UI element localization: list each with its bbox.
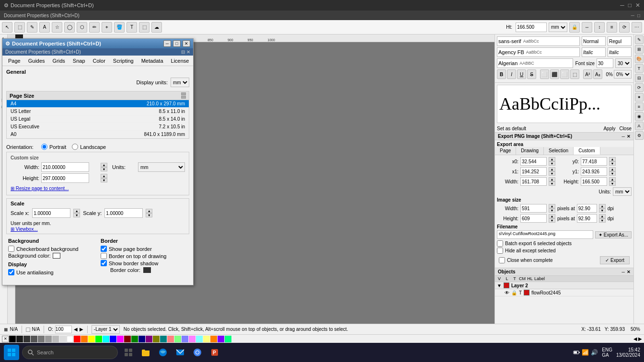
page-size-a0[interactable]: A0 841.0 x 1189.0 mm bbox=[7, 131, 189, 138]
path-effects-btn[interactable]: ✦ bbox=[635, 93, 644, 102]
show-border-checkbox[interactable] bbox=[101, 246, 107, 252]
custom-width-spinner[interactable]: ▲▼ bbox=[101, 163, 110, 171]
underline-btn[interactable]: U bbox=[517, 69, 526, 79]
dialog-minimize-btn[interactable]: ─ bbox=[163, 40, 171, 47]
taskview-btn[interactable] bbox=[121, 345, 136, 360]
export-tab-custom[interactable]: Custom bbox=[574, 147, 600, 155]
subscript-btn[interactable]: A₂ bbox=[593, 69, 602, 79]
y0-input[interactable] bbox=[581, 157, 607, 166]
color-lightgray[interactable] bbox=[52, 336, 59, 342]
toolbar-btn-11[interactable]: T bbox=[126, 22, 137, 33]
portrait-radio[interactable]: Portrait bbox=[41, 144, 66, 150]
font2-preview[interactable]: Agency FB AaBbCc bbox=[497, 47, 580, 57]
dialog-window-controls[interactable]: ─ □ ✕ bbox=[163, 40, 190, 47]
menu-guides[interactable]: Guides bbox=[24, 57, 49, 65]
opacity-nav-left[interactable]: ◀ bbox=[74, 327, 78, 332]
superscript-btn[interactable]: A² bbox=[583, 69, 592, 79]
hide-except-checkbox[interactable] bbox=[497, 248, 503, 254]
start-button[interactable] bbox=[4, 345, 19, 360]
toolbar-btn-6[interactable]: ◯ bbox=[64, 22, 75, 33]
color-gray[interactable] bbox=[31, 336, 37, 342]
color-cyan[interactable] bbox=[103, 336, 109, 342]
dialog-maximize-btn[interactable]: □ bbox=[173, 40, 181, 47]
menu-scripting[interactable]: Scripting bbox=[109, 57, 138, 65]
toolbar-btn-9[interactable]: ⌖ bbox=[102, 22, 112, 33]
dpi-width-spinner[interactable]: ▲▼ bbox=[599, 204, 606, 213]
toolbar-btn-5[interactable]: ☆ bbox=[52, 22, 62, 33]
align-justify-btn[interactable]: ⬚ bbox=[570, 69, 579, 79]
color-darkgreen[interactable] bbox=[131, 336, 138, 342]
menu-page[interactable]: Page bbox=[4, 57, 24, 65]
taskbar-search-bar[interactable]: Search bbox=[22, 346, 118, 359]
objects-close-btn[interactable]: ✕ bbox=[627, 270, 631, 274]
export-button[interactable]: ✓ Export bbox=[600, 256, 630, 264]
img-height-input[interactable] bbox=[520, 214, 547, 223]
bg-color-swatch[interactable] bbox=[53, 253, 60, 259]
transform-btn[interactable]: ⟳ bbox=[619, 22, 630, 33]
landscape-radio[interactable]: Landscape bbox=[72, 144, 106, 150]
window-controls[interactable]: ─ □ ✕ bbox=[620, 2, 640, 9]
fill-stroke-btn[interactable]: 🎨 bbox=[635, 55, 644, 63]
color-darkgray2[interactable] bbox=[23, 336, 30, 342]
color-white[interactable] bbox=[67, 336, 73, 342]
export-tab-page[interactable]: Page bbox=[495, 147, 516, 155]
dialog-close-btn[interactable]: ✕ bbox=[183, 40, 190, 47]
color-olive[interactable] bbox=[153, 336, 160, 342]
color-lavender[interactable] bbox=[182, 336, 188, 342]
color-springgreen[interactable] bbox=[225, 336, 231, 342]
menu-grids[interactable]: Grids bbox=[49, 57, 69, 65]
page-size-us-executive[interactable]: US Executive 7.2 x 10.5 in bbox=[7, 123, 189, 131]
browser-btn[interactable] bbox=[155, 345, 171, 360]
strikethrough-btn[interactable]: S bbox=[527, 69, 536, 79]
show-shadow-checkbox[interactable] bbox=[101, 260, 107, 266]
doc-minimize[interactable]: ─ bbox=[631, 13, 634, 18]
no-color-swatch[interactable]: ✕ bbox=[2, 336, 9, 342]
font-size-select[interactable]: 30 bbox=[615, 58, 632, 68]
border-top-checkbox[interactable] bbox=[101, 253, 107, 259]
color-blue[interactable] bbox=[110, 336, 116, 342]
layer-select[interactable]: -Layer 1 bbox=[92, 325, 120, 334]
type-btn[interactable]: A bbox=[635, 122, 644, 130]
xml-editor-btn[interactable]: ✎ bbox=[635, 35, 644, 44]
custom-width-input[interactable] bbox=[41, 162, 89, 172]
resize-link[interactable]: ⊞ Resize page to content... bbox=[11, 186, 69, 191]
toolbar-btn-2[interactable]: ⬚ bbox=[14, 22, 25, 33]
italic-btn[interactable]: I bbox=[507, 69, 516, 79]
width-spinner[interactable]: ▲▼ bbox=[549, 177, 555, 186]
objects-minimize-btn[interactable]: ─ bbox=[622, 270, 625, 274]
color-pink[interactable] bbox=[167, 336, 174, 342]
color-navy[interactable] bbox=[138, 336, 145, 342]
export-tab-selection[interactable]: Selection bbox=[544, 147, 574, 155]
doc-window-controls[interactable]: ─ □ bbox=[631, 13, 640, 18]
scale-y-input[interactable] bbox=[104, 208, 143, 218]
export-as-button[interactable]: ✦ Export As... bbox=[595, 231, 632, 238]
dpi-height-input[interactable] bbox=[577, 214, 597, 223]
toolbar-btn-1[interactable]: ↖ bbox=[2, 22, 12, 33]
color-orchid[interactable] bbox=[189, 336, 196, 342]
font3-preview[interactable]: Algerian AABBC bbox=[497, 58, 573, 68]
layers-btn[interactable]: ≡ bbox=[635, 102, 644, 111]
color-black[interactable] bbox=[9, 336, 16, 342]
set-default-button[interactable]: Set as default bbox=[497, 126, 526, 131]
color-teal[interactable] bbox=[160, 336, 167, 342]
custom-units-select[interactable]: mm bbox=[138, 162, 185, 172]
color-lightgreen[interactable] bbox=[174, 336, 181, 342]
layer2-group[interactable]: ▼ Layer 2 bbox=[495, 282, 633, 289]
color-violet[interactable] bbox=[218, 336, 224, 342]
secondary-btn1[interactable]: ⊟ bbox=[181, 49, 185, 55]
page-size-a4[interactable]: A4 210.0 x 297.0 mm bbox=[7, 100, 189, 108]
percent-select[interactable]: 0% bbox=[614, 70, 632, 79]
color-midgray[interactable] bbox=[38, 336, 45, 342]
symbols-btn[interactable]: ◉ bbox=[635, 112, 644, 121]
units-select[interactable]: mm bbox=[613, 187, 632, 196]
height-unit-select[interactable]: mm bbox=[549, 23, 567, 32]
align-left-btn[interactable]: ⬜ bbox=[540, 69, 549, 79]
img-height-spinner[interactable]: ▲▼ bbox=[549, 214, 555, 223]
checkerboard-checkbox[interactable] bbox=[8, 246, 14, 252]
align-distribute-btn[interactable]: ⊟ bbox=[635, 74, 644, 82]
x0-input[interactable] bbox=[520, 157, 547, 166]
color-magenta[interactable] bbox=[117, 336, 124, 342]
border-color-swatch[interactable] bbox=[143, 267, 151, 273]
toolbar-btn-8[interactable]: ✏ bbox=[89, 22, 100, 33]
menu-color[interactable]: Color bbox=[89, 57, 109, 65]
